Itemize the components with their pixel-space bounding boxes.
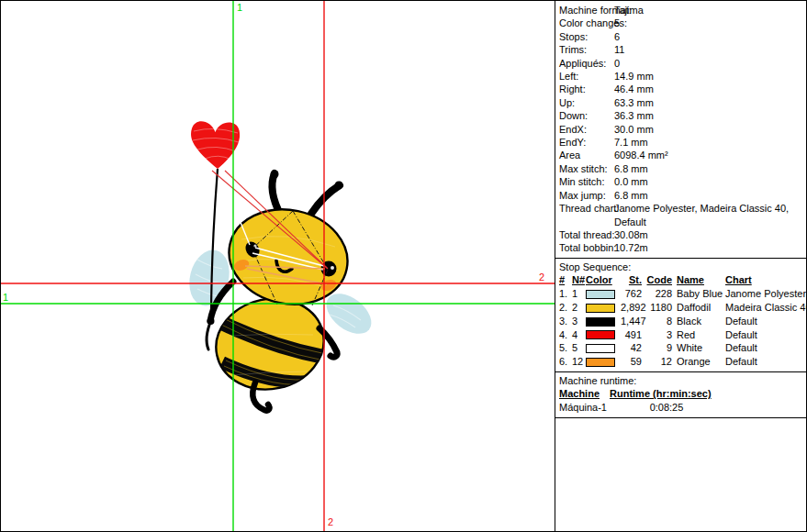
info-label: Stops: [559,30,614,43]
col-header-name: Name [677,274,704,285]
stop-number: 1. [559,287,572,301]
info-row: Up: 63.3 mm [559,96,803,109]
info-row: Appliqués: 0 [559,57,803,70]
thread-code: 12 [642,355,672,369]
thread-chart-name: Default [722,315,803,328]
info-row: Stops: 6 [559,30,803,43]
info-rows: Machine format: Tajima Color changes: 5 … [559,4,803,255]
info-label: Trims: [559,43,614,56]
info-label: Max stitch: [559,162,614,175]
thread-name: Orange [672,355,722,369]
stop-sequence-rows: 1. 1 762 228 Baby Blue Janome Polyester … [559,287,803,369]
machine-runtime-title: Machine runtime: [559,374,803,388]
end-marker-label: 2 [539,272,544,283]
info-row: Right: 46.4 mm [559,83,803,95]
info-label: Machine format: [559,4,614,17]
machine-runtime-row[interactable]: Máquina-1 0:08:25 [559,401,803,415]
info-value: 30.0 mm [614,123,803,136]
thread-name: Black [672,315,722,328]
stitch-count: 1,447 [621,315,642,328]
info-label: Thread chart: [559,202,614,215]
design-canvas[interactable]: 1 2 2 1 [1,1,555,531]
stop-sequence-row[interactable]: 2. 2 2,892 1180 Daffodil Madeira Classic… [559,301,803,315]
info-label: EndY: [559,136,614,149]
machine-runtime-rows: Máquina-1 0:08:25 [559,401,803,415]
col-header-machine: Machine [559,388,600,399]
left-wing [184,246,235,310]
stop-number: 5. [559,341,572,355]
stop-number: 3. [559,315,572,328]
thread-color-swatch [586,290,615,299]
info-row: Trims: 11 [559,43,803,56]
info-label: Right: [559,83,614,95]
info-value: 0.0 mm [614,175,803,188]
info-value: Janome Polyester, Madeira Classic 40, [614,202,803,215]
info-label: Left: [559,70,614,83]
info-label: Max jump: [559,189,614,202]
col-header-chart: Chart [725,274,752,285]
info-value: 30.08m [614,228,803,241]
runtime-value: 0:08:25 [610,401,723,415]
stop-sequence-section: Stop Sequence: # N# Color St. Code Name … [555,259,807,372]
info-value: 6098.4 mm² [614,149,803,161]
thread-chart-name: Madeira Classic 40 [722,301,807,315]
info-label: Total bobbin: [559,241,614,254]
info-value: Default [614,216,803,228]
thread-code: 8 [642,315,672,328]
col-header-num: # [559,274,565,285]
stop-sequence-row[interactable]: 6. 12 59 12 Orange Default [559,355,803,369]
info-row: Total thread: 30.08m [559,228,803,241]
info-label: Down: [559,109,614,122]
stop-sequence-row[interactable]: 4. 4 491 3 Red Default [559,328,803,342]
stop-sequence-title: Stop Sequence: [559,260,803,274]
info-row: Area 6098.4 mm² [559,149,803,161]
stitch-count: 59 [621,355,642,369]
info-row: Max jump: 6.8 mm [559,189,803,202]
info-row: EndX: 30.0 mm [559,123,803,136]
bee-design-drawing: 1 2 2 1 [1,1,555,531]
col-header-runtime: Runtime (hr:min:sec) [610,388,712,399]
info-label: Appliqués: [559,57,614,70]
thread-color-swatch [586,317,615,327]
info-row: Max stitch: 6.8 mm [559,162,803,175]
col-header-code: Code [647,274,673,285]
thread-chart-name: Default [722,341,803,355]
design-properties-panel: Machine format: Tajima Color changes: 5 … [555,1,807,531]
machine-runtime-header-row: Machine Runtime (hr:min:sec) [559,387,803,401]
needle-number: 2 [572,301,586,315]
info-row: Thread chart: Janome Polyester, Madeira … [559,202,803,215]
info-value: 6.8 mm [614,189,803,202]
thread-chart-name: Janome Polyester [722,287,806,301]
thread-name: Red [672,328,722,342]
stop-number: 6. [559,355,572,369]
needle-number: 12 [572,355,586,369]
stitch-count: 2,892 [621,301,642,315]
stitch-count: 42 [621,341,642,355]
stop-sequence-row[interactable]: 1. 1 762 228 Baby Blue Janome Polyester [559,287,803,301]
thread-color-swatch [586,330,615,339]
bee-body [207,289,332,399]
embroidery-app-window: 1 2 2 1 Machine format: [0,0,807,532]
info-row: Min stitch: 0.0 mm [559,175,803,188]
info-row: Left: 14.9 mm [559,70,803,83]
info-value: 7.1 mm [614,136,803,149]
machine-name: Máquina-1 [559,401,610,415]
info-value: 5 [614,17,803,29]
stop-sequence-row[interactable]: 3. 3 1,447 8 Black Default [559,315,803,328]
col-header-st: St. [629,274,642,285]
thread-code: 1180 [642,301,672,315]
thread-color-swatch [586,344,615,353]
info-label: Min stitch: [559,175,614,188]
end-marker-label: 2 [328,516,333,527]
info-value: 46.4 mm [614,83,803,95]
stop-sequence-row[interactable]: 5. 5 42 9 White Default [559,341,803,355]
info-label: Up: [559,96,614,109]
needle-number: 5 [572,341,586,355]
heart-balloon [191,121,240,169]
stop-number: 4. [559,328,572,342]
thread-name: Baby Blue [672,287,722,301]
start-marker-label: 1 [237,2,242,13]
info-value: 10.72m [614,241,803,254]
design-info-section: Machine format: Tajima Color changes: 5 … [555,1,807,259]
stitch-count: 762 [621,287,642,301]
